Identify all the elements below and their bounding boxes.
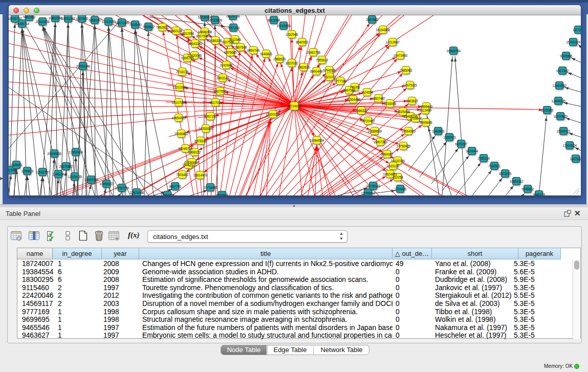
svg-text:10958107: 10958107 [99, 182, 114, 186]
svg-text:16120746: 16120746 [390, 159, 405, 163]
svg-text:20975887: 20975887 [59, 165, 73, 168]
svg-text:3624554: 3624554 [361, 91, 374, 94]
svg-text:1527602: 1527602 [76, 17, 89, 20]
svg-text:1615132: 1615132 [387, 164, 400, 168]
svg-text:7515540: 7515540 [129, 23, 142, 27]
svg-text:2867608: 2867608 [234, 46, 247, 49]
svg-text:18724007: 18724007 [287, 104, 301, 108]
svg-text:8878332: 8878332 [194, 139, 207, 143]
svg-text:18807249: 18807249 [373, 140, 387, 144]
svg-text:16914479: 16914479 [193, 173, 207, 177]
svg-text:8990448: 8990448 [310, 70, 323, 73]
svg-text:1156819: 1156819 [21, 169, 33, 173]
svg-text:2935114: 2935114 [477, 157, 490, 160]
svg-text:8215955: 8215955 [541, 108, 554, 112]
svg-text:19384554: 19384554 [310, 139, 324, 142]
svg-text:8454749: 8454749 [247, 49, 260, 52]
svg-text:10807487: 10807487 [371, 97, 385, 100]
svg-text:1362615: 1362615 [297, 65, 310, 69]
svg-text:20091406: 20091406 [35, 20, 50, 24]
svg-text:12923448: 12923448 [129, 191, 144, 194]
svg-text:252254: 252254 [393, 176, 403, 179]
svg-text:10107554: 10107554 [171, 101, 186, 104]
svg-text:10543342: 10543342 [188, 42, 202, 46]
svg-text:9118503: 9118503 [216, 193, 228, 195]
svg-text:7955812: 7955812 [316, 58, 329, 62]
svg-text:7357224: 7357224 [227, 26, 240, 30]
svg-text:10719155: 10719155 [101, 20, 116, 24]
svg-text:1332546: 1332546 [286, 33, 298, 36]
svg-text:16648784: 16648784 [446, 49, 461, 53]
svg-text:16033809: 16033809 [208, 18, 222, 22]
svg-text:16671355: 16671355 [115, 21, 129, 25]
svg-text:17957255: 17957255 [84, 178, 98, 182]
svg-text:10973493: 10973493 [393, 54, 407, 57]
svg-text:8471675: 8471675 [499, 172, 512, 176]
svg-text:1167533: 1167533 [570, 157, 581, 161]
svg-text:14136141: 14136141 [366, 184, 380, 188]
svg-text:3915494: 3915494 [9, 168, 18, 172]
svg-text:9227342: 9227342 [556, 69, 569, 73]
svg-text:7463822: 7463822 [156, 26, 169, 29]
svg-text:17359924: 17359924 [69, 150, 83, 154]
svg-text:3113400: 3113400 [419, 108, 431, 112]
svg-text:2803144: 2803144 [216, 76, 229, 80]
svg-text:9245652: 9245652 [521, 187, 534, 191]
svg-text:6794028: 6794028 [323, 69, 336, 72]
svg-text:10688609: 10688609 [367, 129, 382, 133]
svg-text:1145194: 1145194 [52, 172, 64, 176]
svg-text:15751074: 15751074 [566, 40, 580, 44]
svg-text:8875685: 8875685 [224, 51, 237, 54]
svg-text:6879197: 6879197 [455, 142, 468, 146]
svg-text:15692071: 15692071 [556, 129, 571, 133]
svg-text:1117325: 1117325 [572, 28, 581, 32]
svg-text:11056612: 11056612 [361, 191, 375, 195]
svg-text:7632621: 7632621 [488, 164, 501, 168]
svg-text:1640953: 1640953 [432, 129, 445, 133]
svg-text:7835061: 7835061 [10, 163, 23, 167]
svg-text:9329966: 9329966 [560, 54, 573, 58]
svg-text:20053346: 20053346 [76, 64, 90, 68]
svg-text:13226058: 13226058 [198, 30, 212, 34]
svg-text:9884067: 9884067 [381, 152, 394, 156]
svg-text:12444195: 12444195 [551, 99, 565, 103]
svg-text:12505135: 12505135 [68, 175, 82, 179]
svg-text:10963468: 10963468 [160, 193, 175, 195]
svg-text:10862698: 10862698 [48, 16, 62, 20]
svg-text:8498222: 8498222 [188, 150, 201, 154]
svg-text:9311546: 9311546 [229, 38, 241, 41]
svg-text:8267150: 8267150 [204, 115, 217, 118]
svg-text:1835923: 1835923 [443, 136, 456, 139]
svg-text:16782759: 16782759 [115, 186, 129, 190]
svg-text:16210643: 16210643 [553, 115, 568, 118]
svg-text:10961758: 10961758 [306, 51, 320, 54]
svg-text:1733426: 1733426 [394, 187, 407, 191]
svg-text:6897568: 6897568 [343, 89, 356, 92]
svg-text:8813054: 8813054 [268, 18, 280, 22]
svg-text:9396765: 9396765 [181, 56, 194, 60]
svg-text:6466160: 6466160 [89, 18, 101, 22]
svg-text:8186328: 8186328 [209, 39, 222, 42]
svg-text:9699695: 9699695 [420, 121, 432, 124]
svg-text:12213967: 12213967 [385, 40, 400, 44]
svg-text:12942757: 12942757 [35, 170, 50, 174]
svg-text:21364486: 21364486 [346, 98, 360, 101]
svg-text:1621072: 1621072 [323, 75, 336, 79]
svg-text:10653267: 10653267 [61, 17, 75, 20]
svg-text:8322032: 8322032 [286, 61, 298, 65]
svg-text:8660124: 8660124 [170, 29, 183, 33]
svg-text:8427552: 8427552 [214, 90, 227, 93]
svg-text:19166822: 19166822 [174, 132, 188, 136]
svg-text:12975115: 12975115 [403, 83, 417, 87]
svg-text:9242848: 9242848 [220, 63, 233, 67]
svg-text:19218506: 19218506 [276, 24, 291, 28]
svg-text:1759844: 1759844 [409, 117, 422, 120]
svg-text:10654112: 10654112 [509, 180, 524, 183]
svg-text:18031792: 18031792 [9, 17, 22, 20]
svg-text:19654923: 19654923 [401, 129, 416, 133]
svg-text:9146821: 9146821 [260, 52, 273, 56]
svg-text:10025438: 10025438 [396, 110, 410, 114]
svg-text:7986322: 7986322 [355, 109, 368, 113]
svg-text:17016504: 17016504 [562, 144, 577, 147]
svg-text:15716485: 15716485 [203, 186, 217, 189]
